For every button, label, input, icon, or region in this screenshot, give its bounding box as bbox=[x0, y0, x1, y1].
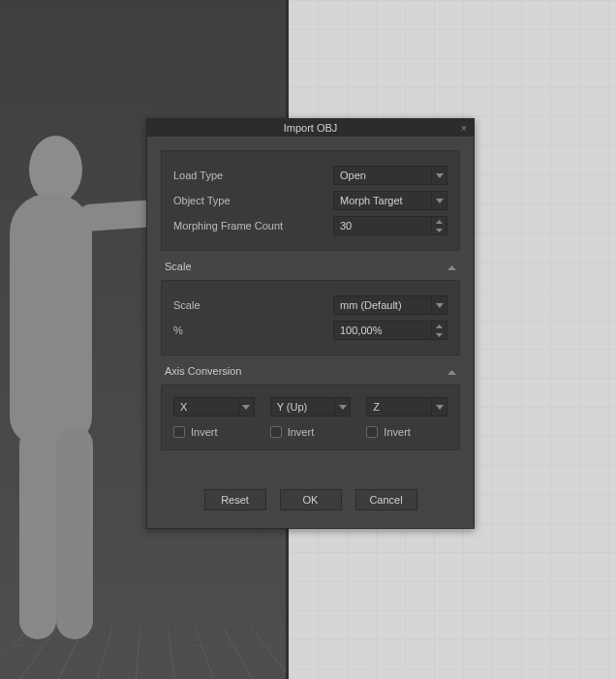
load-type-label: Load Type bbox=[173, 170, 333, 181]
object-type-value: Morph Target bbox=[340, 195, 403, 206]
invert-label: Invert bbox=[288, 426, 315, 438]
chevron-down-icon bbox=[238, 398, 254, 416]
chevron-up-icon bbox=[447, 365, 456, 377]
invert-x-checkbox[interactable]: Invert bbox=[173, 426, 255, 438]
morph-frames-label: Morphing Frame Count bbox=[173, 220, 333, 231]
cancel-button[interactable]: Cancel bbox=[355, 489, 417, 510]
svg-marker-6 bbox=[436, 324, 443, 328]
axis-section-header[interactable]: Axis Conversion bbox=[161, 355, 460, 385]
scale-unit-label: Scale bbox=[173, 299, 333, 311]
invert-z-checkbox[interactable]: Invert bbox=[366, 426, 447, 438]
checkbox-icon bbox=[173, 426, 185, 438]
chevron-down-icon bbox=[431, 167, 447, 184]
svg-marker-1 bbox=[436, 199, 444, 203]
axis-header-label: Axis Conversion bbox=[165, 365, 241, 377]
checkbox-icon bbox=[270, 426, 282, 438]
scale-header-label: Scale bbox=[165, 261, 192, 272]
panel-general: Load Type Open Object Type Morph Target bbox=[161, 150, 460, 251]
scale-unit-value: mm (Default) bbox=[340, 299, 402, 311]
object-type-label: Object Type bbox=[173, 195, 333, 206]
panel-axis: X Y (Up) Z bbox=[161, 385, 460, 450]
object-type-select[interactable]: Morph Target bbox=[333, 191, 447, 210]
dialog-titlebar[interactable]: Import OBJ × bbox=[147, 119, 474, 137]
axis-x-value: X bbox=[180, 401, 187, 413]
svg-marker-5 bbox=[436, 303, 444, 308]
chevron-down-icon bbox=[334, 398, 350, 416]
scale-percent-value: 100,00% bbox=[340, 324, 382, 336]
axis-x-select[interactable]: X bbox=[173, 397, 255, 417]
svg-marker-2 bbox=[436, 220, 443, 224]
svg-marker-8 bbox=[447, 370, 456, 375]
invert-label: Invert bbox=[384, 426, 411, 438]
invert-y-checkbox[interactable]: Invert bbox=[270, 426, 352, 438]
invert-label: Invert bbox=[191, 426, 218, 438]
reset-button[interactable]: Reset bbox=[204, 489, 266, 510]
checkbox-icon bbox=[366, 426, 378, 438]
svg-marker-9 bbox=[242, 405, 250, 410]
morph-frames-input[interactable]: 30 bbox=[333, 216, 447, 235]
svg-marker-0 bbox=[436, 173, 444, 178]
chevron-down-icon bbox=[431, 398, 447, 416]
spinner-buttons[interactable] bbox=[431, 322, 447, 339]
scale-percent-label: % bbox=[173, 324, 333, 336]
ok-button[interactable]: OK bbox=[280, 489, 342, 510]
spinner-buttons[interactable] bbox=[431, 217, 447, 234]
svg-marker-7 bbox=[436, 333, 443, 337]
svg-marker-10 bbox=[339, 405, 347, 410]
svg-marker-4 bbox=[447, 265, 456, 270]
axis-y-select[interactable]: Y (Up) bbox=[270, 397, 352, 417]
chevron-up-icon bbox=[447, 261, 456, 272]
scale-unit-select[interactable]: mm (Default) bbox=[333, 295, 447, 315]
axis-z-value: Z bbox=[373, 401, 380, 413]
load-type-select[interactable]: Open bbox=[333, 166, 447, 185]
scale-percent-input[interactable]: 100,00% bbox=[333, 321, 447, 340]
svg-marker-3 bbox=[436, 229, 443, 232]
axis-y-value: Y (Up) bbox=[277, 401, 308, 413]
panel-scale: Scale mm (Default) % 100,00% bbox=[161, 280, 460, 355]
dialog-button-row: Reset OK Cancel bbox=[161, 489, 460, 510]
import-obj-dialog: Import OBJ × Load Type Open Object Type … bbox=[146, 118, 475, 529]
svg-marker-11 bbox=[436, 405, 444, 410]
morph-frames-value: 30 bbox=[340, 220, 352, 231]
chevron-down-icon bbox=[431, 192, 447, 209]
dialog-title: Import OBJ bbox=[284, 122, 338, 134]
load-type-value: Open bbox=[340, 170, 366, 181]
scale-section-header[interactable]: Scale bbox=[161, 251, 460, 280]
close-icon[interactable]: × bbox=[457, 121, 471, 135]
chevron-down-icon bbox=[431, 296, 447, 314]
axis-z-select[interactable]: Z bbox=[366, 397, 447, 417]
